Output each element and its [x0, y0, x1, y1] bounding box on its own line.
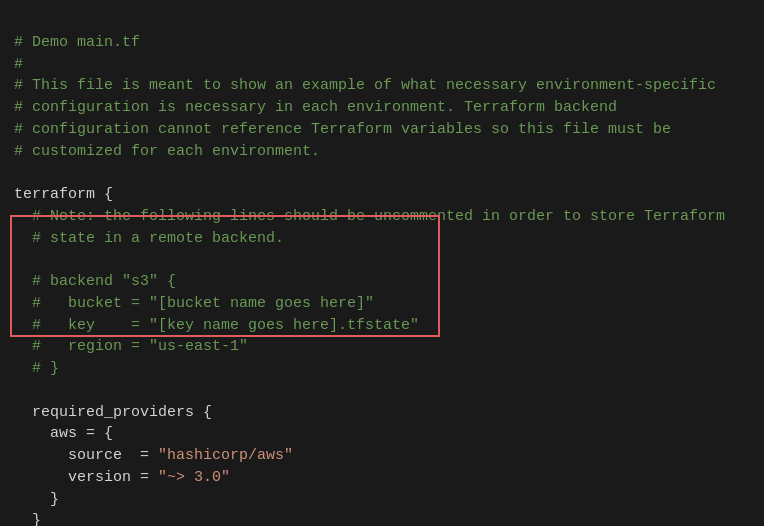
line-2: #	[14, 56, 23, 73]
line-19: aws = {	[14, 425, 113, 442]
line-23: }	[14, 512, 41, 526]
line-21: version = "~> 3.0"	[14, 469, 230, 486]
line-8: terraform {	[14, 186, 113, 203]
line-10: # state in a remote backend.	[14, 230, 284, 247]
line-20: source = "hashicorp/aws"	[14, 447, 293, 464]
line-18: required_providers {	[14, 404, 212, 421]
line-12: # backend "s3" {	[14, 273, 176, 290]
line-3: # This file is meant to show an example …	[14, 77, 716, 94]
line-14: # key = "[key name goes here].tfstate"	[14, 317, 419, 334]
line-16: # }	[14, 360, 59, 377]
line-6: # customized for each environment.	[14, 143, 320, 160]
line-1: # Demo main.tf	[14, 34, 140, 51]
code-content: # Demo main.tf # # This file is meant to…	[14, 10, 750, 526]
line-5: # configuration cannot reference Terrafo…	[14, 121, 671, 138]
line-13: # bucket = "[bucket name goes here]"	[14, 295, 374, 312]
line-22: }	[14, 491, 59, 508]
code-editor: # Demo main.tf # # This file is meant to…	[0, 0, 764, 526]
line-4: # configuration is necessary in each env…	[14, 99, 617, 116]
line-15: # region = "us-east-1"	[14, 338, 248, 355]
line-9: # Note: the following lines should be un…	[14, 208, 725, 225]
